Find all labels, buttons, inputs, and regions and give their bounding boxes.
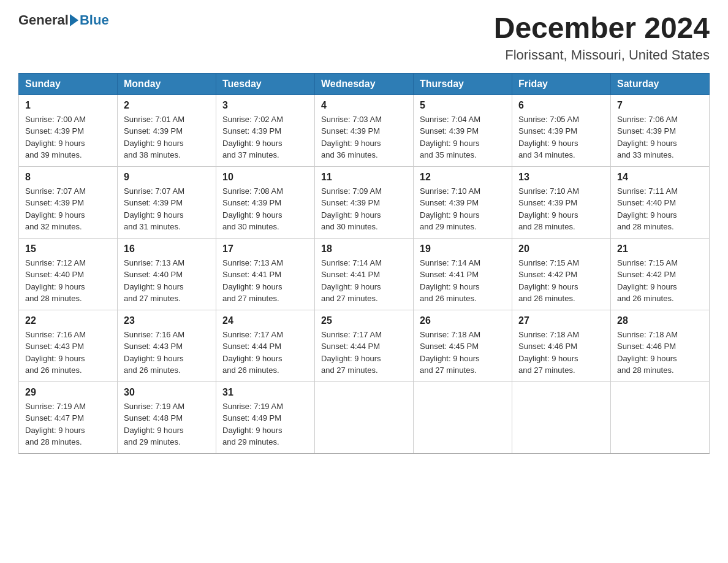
day-info: Sunrise: 7:13 AM Sunset: 4:41 PM Dayligh… <box>222 257 308 305</box>
day-info: Sunrise: 7:00 AM Sunset: 4:39 PM Dayligh… <box>25 113 111 161</box>
day-info: Sunrise: 7:12 AM Sunset: 4:40 PM Dayligh… <box>25 257 111 305</box>
title-block: December 2024 Florissant, Missouri, Unit… <box>494 12 710 63</box>
day-number: 26 <box>420 315 506 326</box>
table-row: 15 Sunrise: 7:12 AM Sunset: 4:40 PM Dayl… <box>19 238 118 310</box>
table-row: 28 Sunrise: 7:18 AM Sunset: 4:46 PM Dayl… <box>611 310 710 381</box>
day-number: 6 <box>518 100 604 111</box>
day-number: 16 <box>124 243 210 255</box>
day-info: Sunrise: 7:18 AM Sunset: 4:46 PM Dayligh… <box>518 329 604 377</box>
col-sunday: Sunday <box>19 73 118 94</box>
day-number: 24 <box>222 315 308 326</box>
day-info: Sunrise: 7:19 AM Sunset: 4:49 PM Dayligh… <box>222 400 308 448</box>
logo-arrow-icon <box>70 14 78 26</box>
day-info: Sunrise: 7:10 AM Sunset: 4:39 PM Dayligh… <box>518 185 604 233</box>
day-number: 2 <box>124 100 210 111</box>
col-wednesday: Wednesday <box>315 73 414 94</box>
table-row: 3 Sunrise: 7:02 AM Sunset: 4:39 PM Dayli… <box>216 94 315 166</box>
table-row: 22 Sunrise: 7:16 AM Sunset: 4:43 PM Dayl… <box>19 310 118 381</box>
col-tuesday: Tuesday <box>216 73 315 94</box>
day-info: Sunrise: 7:19 AM Sunset: 4:47 PM Dayligh… <box>25 400 111 448</box>
table-row: 25 Sunrise: 7:17 AM Sunset: 4:44 PM Dayl… <box>315 310 414 381</box>
table-row: 14 Sunrise: 7:11 AM Sunset: 4:40 PM Dayl… <box>611 166 710 238</box>
day-number: 5 <box>420 100 506 111</box>
table-row: 16 Sunrise: 7:13 AM Sunset: 4:40 PM Dayl… <box>118 238 216 310</box>
table-row: 23 Sunrise: 7:16 AM Sunset: 4:43 PM Dayl… <box>118 310 216 381</box>
day-info: Sunrise: 7:15 AM Sunset: 4:42 PM Dayligh… <box>518 257 604 305</box>
day-info: Sunrise: 7:18 AM Sunset: 4:46 PM Dayligh… <box>617 329 703 377</box>
day-number: 9 <box>124 172 210 183</box>
day-info: Sunrise: 7:16 AM Sunset: 4:43 PM Dayligh… <box>25 329 111 377</box>
table-row <box>611 381 710 453</box>
day-number: 21 <box>617 243 703 255</box>
day-info: Sunrise: 7:02 AM Sunset: 4:39 PM Dayligh… <box>222 113 308 161</box>
day-number: 19 <box>420 243 506 255</box>
day-number: 15 <box>25 243 111 255</box>
day-info: Sunrise: 7:17 AM Sunset: 4:44 PM Dayligh… <box>222 329 308 377</box>
table-row: 12 Sunrise: 7:10 AM Sunset: 4:39 PM Dayl… <box>414 166 512 238</box>
table-row: 17 Sunrise: 7:13 AM Sunset: 4:41 PM Dayl… <box>216 238 315 310</box>
table-row: 7 Sunrise: 7:06 AM Sunset: 4:39 PM Dayli… <box>611 94 710 166</box>
day-number: 1 <box>25 100 111 111</box>
day-info: Sunrise: 7:14 AM Sunset: 4:41 PM Dayligh… <box>321 257 407 305</box>
table-row: 19 Sunrise: 7:14 AM Sunset: 4:41 PM Dayl… <box>414 238 512 310</box>
day-info: Sunrise: 7:09 AM Sunset: 4:39 PM Dayligh… <box>321 185 407 233</box>
logo: General Blue <box>18 12 109 28</box>
table-row: 5 Sunrise: 7:04 AM Sunset: 4:39 PM Dayli… <box>414 94 512 166</box>
table-row <box>512 381 611 453</box>
table-row: 11 Sunrise: 7:09 AM Sunset: 4:39 PM Dayl… <box>315 166 414 238</box>
calendar-week-row: 8 Sunrise: 7:07 AM Sunset: 4:39 PM Dayli… <box>19 166 710 238</box>
table-row: 18 Sunrise: 7:14 AM Sunset: 4:41 PM Dayl… <box>315 238 414 310</box>
logo-general-text: General <box>18 12 69 28</box>
day-info: Sunrise: 7:11 AM Sunset: 4:40 PM Dayligh… <box>617 185 703 233</box>
day-number: 13 <box>518 172 604 183</box>
calendar-week-row: 29 Sunrise: 7:19 AM Sunset: 4:47 PM Dayl… <box>19 381 710 453</box>
main-title: December 2024 <box>494 12 710 45</box>
day-number: 4 <box>321 100 407 111</box>
day-number: 14 <box>617 172 703 183</box>
table-row: 8 Sunrise: 7:07 AM Sunset: 4:39 PM Dayli… <box>19 166 118 238</box>
day-number: 28 <box>617 315 703 326</box>
day-number: 7 <box>617 100 703 111</box>
day-number: 8 <box>25 172 111 183</box>
table-row: 24 Sunrise: 7:17 AM Sunset: 4:44 PM Dayl… <box>216 310 315 381</box>
day-number: 11 <box>321 172 407 183</box>
table-row: 26 Sunrise: 7:18 AM Sunset: 4:45 PM Dayl… <box>414 310 512 381</box>
day-number: 30 <box>124 387 210 398</box>
day-info: Sunrise: 7:17 AM Sunset: 4:44 PM Dayligh… <box>321 329 407 377</box>
logo-blue-text: Blue <box>80 12 109 28</box>
day-number: 18 <box>321 243 407 255</box>
page-header: General Blue December 2024 Florissant, M… <box>18 12 710 63</box>
day-info: Sunrise: 7:01 AM Sunset: 4:39 PM Dayligh… <box>124 113 210 161</box>
day-info: Sunrise: 7:05 AM Sunset: 4:39 PM Dayligh… <box>518 113 604 161</box>
table-row: 20 Sunrise: 7:15 AM Sunset: 4:42 PM Dayl… <box>512 238 611 310</box>
day-info: Sunrise: 7:03 AM Sunset: 4:39 PM Dayligh… <box>321 113 407 161</box>
day-info: Sunrise: 7:07 AM Sunset: 4:39 PM Dayligh… <box>124 185 210 233</box>
calendar-week-row: 1 Sunrise: 7:00 AM Sunset: 4:39 PM Dayli… <box>19 94 710 166</box>
day-info: Sunrise: 7:19 AM Sunset: 4:48 PM Dayligh… <box>124 400 210 448</box>
col-monday: Monday <box>118 73 216 94</box>
day-number: 31 <box>222 387 308 398</box>
table-row: 4 Sunrise: 7:03 AM Sunset: 4:39 PM Dayli… <box>315 94 414 166</box>
table-row: 29 Sunrise: 7:19 AM Sunset: 4:47 PM Dayl… <box>19 381 118 453</box>
subtitle: Florissant, Missouri, United States <box>494 47 710 63</box>
day-info: Sunrise: 7:06 AM Sunset: 4:39 PM Dayligh… <box>617 113 703 161</box>
table-row: 2 Sunrise: 7:01 AM Sunset: 4:39 PM Dayli… <box>118 94 216 166</box>
calendar-header-row: Sunday Monday Tuesday Wednesday Thursday… <box>19 73 710 94</box>
day-info: Sunrise: 7:15 AM Sunset: 4:42 PM Dayligh… <box>617 257 703 305</box>
calendar-week-row: 22 Sunrise: 7:16 AM Sunset: 4:43 PM Dayl… <box>19 310 710 381</box>
table-row: 30 Sunrise: 7:19 AM Sunset: 4:48 PM Dayl… <box>118 381 216 453</box>
table-row: 6 Sunrise: 7:05 AM Sunset: 4:39 PM Dayli… <box>512 94 611 166</box>
day-info: Sunrise: 7:04 AM Sunset: 4:39 PM Dayligh… <box>420 113 506 161</box>
table-row: 1 Sunrise: 7:00 AM Sunset: 4:39 PM Dayli… <box>19 94 118 166</box>
day-info: Sunrise: 7:18 AM Sunset: 4:45 PM Dayligh… <box>420 329 506 377</box>
col-friday: Friday <box>512 73 611 94</box>
calendar-week-row: 15 Sunrise: 7:12 AM Sunset: 4:40 PM Dayl… <box>19 238 710 310</box>
table-row: 27 Sunrise: 7:18 AM Sunset: 4:46 PM Dayl… <box>512 310 611 381</box>
day-number: 22 <box>25 315 111 326</box>
day-info: Sunrise: 7:08 AM Sunset: 4:39 PM Dayligh… <box>222 185 308 233</box>
calendar-table: Sunday Monday Tuesday Wednesday Thursday… <box>18 73 710 454</box>
table-row: 31 Sunrise: 7:19 AM Sunset: 4:49 PM Dayl… <box>216 381 315 453</box>
day-number: 17 <box>222 243 308 255</box>
table-row <box>315 381 414 453</box>
day-number: 10 <box>222 172 308 183</box>
